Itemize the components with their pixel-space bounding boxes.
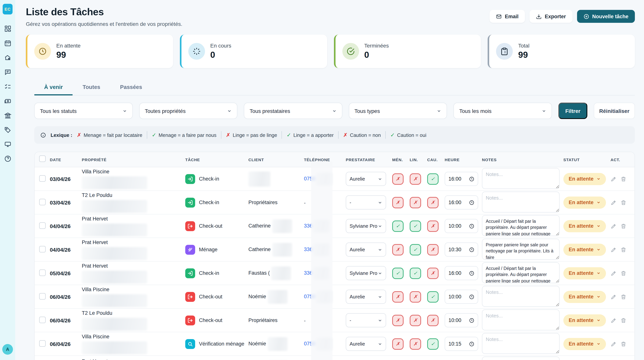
phone-link[interactable]: -	[304, 200, 306, 205]
status-filter-select[interactable]: Tous les statuts	[34, 103, 132, 119]
phone-link[interactable]: 336	[304, 223, 312, 229]
edit-button[interactable]	[610, 341, 616, 347]
status-badge[interactable]: En attente	[563, 196, 606, 209]
time-input[interactable]: 10:00	[445, 290, 478, 304]
time-input[interactable]: 10:00	[445, 313, 478, 327]
email-button[interactable]: Email	[490, 10, 525, 23]
phone-link[interactable]: 336	[304, 246, 312, 252]
provider-select[interactable]: -	[346, 195, 386, 209]
time-input[interactable]: 10:00	[445, 219, 478, 233]
phone-link[interactable]: 0750	[304, 176, 315, 181]
delete-button[interactable]	[620, 317, 626, 323]
chevron-down-icon	[597, 342, 601, 346]
notes-textarea[interactable]	[482, 168, 560, 189]
phone-link[interactable]: 336	[304, 270, 312, 276]
status-badge[interactable]: En attente	[563, 338, 606, 350]
provider-select[interactable]: Sylviane Pro	[346, 266, 386, 280]
status-badge[interactable]: En attente	[563, 220, 606, 232]
select-all-checkbox[interactable]	[39, 155, 46, 162]
help-icon[interactable]	[4, 155, 11, 162]
row-checkbox[interactable]	[39, 293, 46, 299]
time-input[interactable]: 16:00	[445, 195, 478, 209]
export-button[interactable]: Exporter	[530, 10, 572, 23]
messages-icon[interactable]	[4, 68, 11, 76]
phone-link[interactable]: 0750	[304, 294, 315, 299]
delete-button[interactable]	[620, 176, 626, 182]
tab-toutes[interactable]: Toutes	[73, 84, 110, 95]
provider-select[interactable]: Aurelie	[346, 290, 386, 304]
time-input[interactable]: 16:00	[445, 266, 478, 280]
dashboard-icon[interactable]	[4, 25, 11, 32]
filter-button[interactable]: Filtrer	[558, 103, 587, 119]
edit-button[interactable]	[610, 270, 616, 276]
notes-textarea[interactable]	[482, 333, 560, 354]
status-badge[interactable]: En attente	[563, 314, 606, 326]
edit-button[interactable]	[610, 247, 616, 253]
status-badge[interactable]: En attente	[563, 267, 606, 279]
delete-button[interactable]	[620, 223, 626, 229]
row-checkbox[interactable]	[39, 175, 46, 182]
tasks-checklist-icon[interactable]	[4, 83, 11, 90]
tab-a-venir[interactable]: À venir	[34, 84, 73, 95]
provider-select[interactable]: Aurelie	[346, 337, 386, 351]
row-checkbox[interactable]	[39, 340, 46, 347]
property-name: Prat Hervet	[82, 239, 185, 245]
time-input[interactable]: 10:30	[445, 243, 478, 257]
delete-button[interactable]	[620, 294, 626, 300]
redacted-client	[248, 171, 270, 186]
properties-icon[interactable]	[4, 54, 11, 61]
status-badge[interactable]: En attente	[563, 244, 606, 256]
row-checkbox[interactable]	[39, 199, 46, 205]
edit-button[interactable]	[610, 176, 616, 182]
lexique-bar: Lexique : ✗Menage = fait par locataire ✓…	[34, 126, 635, 144]
edit-button[interactable]	[610, 199, 616, 205]
row-checkbox[interactable]	[39, 317, 46, 323]
pricing-tag-icon[interactable]	[4, 126, 11, 133]
month-filter-select[interactable]: Tous les mois	[454, 103, 552, 119]
provider-select[interactable]: Aurelie	[346, 243, 386, 257]
notes-textarea[interactable]	[482, 286, 560, 307]
phone-link[interactable]: 0750	[304, 341, 315, 346]
delete-button[interactable]	[620, 199, 626, 205]
notes-textarea[interactable]	[482, 191, 560, 212]
delete-button[interactable]	[620, 341, 626, 347]
edit-button[interactable]	[610, 317, 616, 323]
notes-textarea[interactable]	[482, 215, 560, 236]
edit-button[interactable]	[610, 223, 616, 229]
delete-button[interactable]	[620, 247, 626, 253]
devices-icon[interactable]	[4, 141, 11, 148]
app-logo[interactable]: EC	[3, 4, 12, 14]
notes-textarea[interactable]	[482, 309, 560, 330]
pencil-icon	[610, 317, 616, 323]
row-checkbox[interactable]	[39, 222, 46, 229]
edit-button[interactable]	[610, 294, 616, 300]
redacted-address	[82, 176, 147, 189]
status-badge[interactable]: En attente	[563, 173, 606, 185]
tab-passees[interactable]: Passées	[110, 84, 152, 95]
user-avatar[interactable]: A	[2, 344, 13, 355]
provider-select[interactable]: Aurelie	[346, 172, 386, 186]
status-badge[interactable]: En attente	[563, 291, 606, 303]
row-checkbox[interactable]	[39, 269, 46, 276]
new-task-button[interactable]: Nouvelle tâche	[577, 10, 635, 23]
reset-button[interactable]: Réinitialiser	[594, 103, 635, 119]
provider-select[interactable]: Sylviane Pro	[346, 219, 386, 233]
phone-link[interactable]: -	[304, 318, 306, 323]
time-input[interactable]: 10:15	[445, 337, 478, 351]
notes-textarea[interactable]	[482, 357, 560, 360]
payments-icon[interactable]	[4, 97, 11, 104]
notes-textarea[interactable]	[482, 262, 560, 283]
bank-icon[interactable]	[4, 112, 11, 119]
menage-flag: ✗	[392, 291, 404, 302]
delete-button[interactable]	[620, 270, 626, 276]
type-filter-select[interactable]: Tous types	[349, 103, 447, 119]
time-input[interactable]: 16:00	[445, 172, 478, 186]
column-header-notes: NOTES	[482, 157, 563, 162]
provider-filter-select[interactable]: Tous prestataires	[244, 103, 342, 119]
provider-select[interactable]: -	[346, 313, 386, 327]
property-filter-select[interactable]: Toutes propriétés	[139, 103, 237, 119]
notes-textarea[interactable]	[482, 239, 560, 260]
task-date: 06/04/26	[50, 341, 82, 347]
calendar-icon[interactable]	[4, 39, 11, 47]
row-checkbox[interactable]	[39, 246, 46, 252]
